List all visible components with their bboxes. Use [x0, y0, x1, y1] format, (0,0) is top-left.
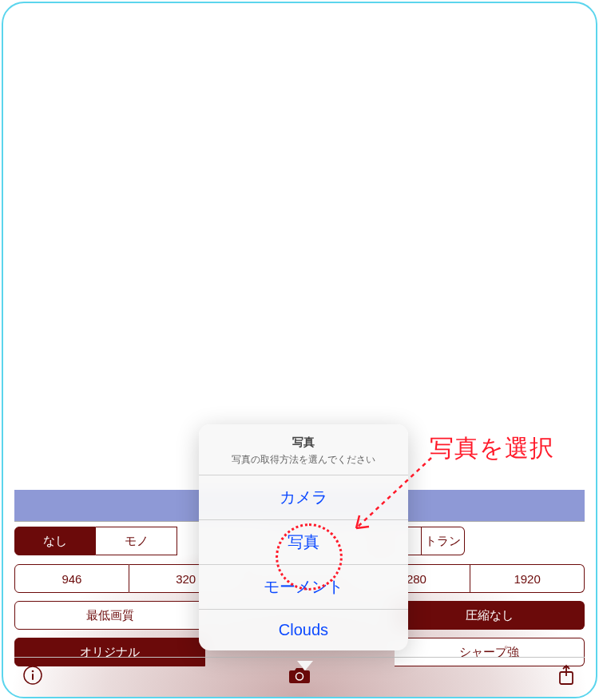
action-sheet-message: 写真の取得方法を選んでください — [208, 453, 399, 467]
filter-option-none[interactable]: なし — [14, 527, 96, 555]
action-option-photos[interactable]: 写真 — [199, 519, 408, 564]
size-option-3[interactable]: 1920 — [470, 564, 585, 593]
svg-point-1 — [32, 670, 34, 672]
svg-rect-2 — [32, 674, 34, 680]
filter-option-mono[interactable]: モノ — [96, 527, 177, 555]
share-icon[interactable] — [554, 663, 578, 687]
app-frame: なし モノ クローム プロセス トラン 946 320 1280 1920 最低… — [2, 2, 597, 698]
info-icon[interactable] — [21, 663, 45, 687]
action-option-moments[interactable]: モーメント — [199, 564, 408, 609]
quality-option-low[interactable]: 最低画質 — [14, 601, 205, 630]
quality-option-none[interactable]: 圧縮なし — [395, 601, 585, 630]
popover-arrow — [297, 661, 313, 670]
filter-option-transfer[interactable]: トラン — [422, 527, 465, 555]
action-option-camera[interactable]: カメラ — [199, 475, 408, 519]
action-option-clouds[interactable]: Clouds — [199, 609, 408, 650]
photo-source-action-sheet: 写真 写真の取得方法を選んでください カメラ 写真 モーメント Clouds — [199, 424, 408, 650]
annotation-label: 写真を選択 — [430, 432, 554, 465]
action-sheet-title: 写真 — [208, 436, 399, 450]
action-sheet-header: 写真 写真の取得方法を選んでください — [199, 424, 408, 475]
size-option-0[interactable]: 946 — [14, 564, 129, 593]
